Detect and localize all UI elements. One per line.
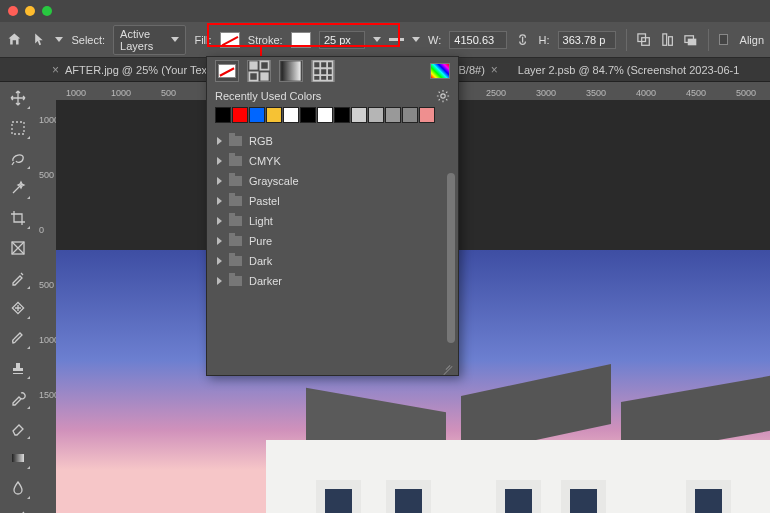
align-edges-icon[interactable] bbox=[660, 30, 675, 50]
swatch[interactable] bbox=[232, 107, 248, 123]
swatch-folder-row[interactable]: Pastel bbox=[211, 191, 454, 211]
swatch-folder-row[interactable]: Dark bbox=[211, 251, 454, 271]
svg-rect-2 bbox=[662, 34, 666, 45]
swatch[interactable] bbox=[300, 107, 316, 123]
eraser-tool[interactable] bbox=[5, 416, 31, 440]
swatch[interactable] bbox=[402, 107, 418, 123]
stroke-style-chevron-icon[interactable] bbox=[412, 37, 420, 42]
tab-label: AFTER.jpg @ 25% (Your Tex bbox=[65, 64, 207, 76]
h-label: H: bbox=[539, 34, 550, 46]
ruler-tick: 500 bbox=[39, 170, 54, 180]
no-color-mode-button[interactable] bbox=[215, 60, 239, 82]
stamp-tool[interactable] bbox=[5, 356, 31, 380]
swatch[interactable] bbox=[215, 107, 231, 123]
history-brush-tool[interactable] bbox=[5, 386, 31, 410]
solid-color-mode-button[interactable] bbox=[247, 60, 271, 82]
lasso-tool[interactable] bbox=[5, 146, 31, 170]
swatch[interactable] bbox=[249, 107, 265, 123]
folder-icon bbox=[229, 196, 242, 206]
healing-brush-tool[interactable] bbox=[5, 296, 31, 320]
magic-wand-tool[interactable] bbox=[5, 176, 31, 200]
panel-resize-grip[interactable] bbox=[440, 357, 454, 371]
svg-rect-6 bbox=[12, 122, 24, 134]
tools-panel bbox=[0, 82, 36, 513]
folder-icon bbox=[229, 236, 242, 246]
gradient-mode-button[interactable] bbox=[279, 60, 303, 82]
swatch-folder-row[interactable]: Light bbox=[211, 211, 454, 231]
home-button[interactable] bbox=[6, 29, 23, 51]
link-wh-icon[interactable] bbox=[515, 30, 530, 50]
select-mode-dropdown[interactable]: Active Layers bbox=[113, 25, 186, 55]
minimize-window-button[interactable] bbox=[25, 6, 35, 16]
folder-icon bbox=[229, 156, 242, 166]
move-tool[interactable] bbox=[5, 86, 31, 110]
panel-scrollbar[interactable] bbox=[447, 173, 455, 345]
fill-swatch[interactable] bbox=[220, 32, 240, 48]
select-label: Select: bbox=[71, 34, 105, 46]
chevron-right-icon bbox=[217, 137, 222, 145]
align-edges-checkbox[interactable] bbox=[719, 34, 728, 45]
chevron-right-icon bbox=[217, 237, 222, 245]
move-tool-indicator[interactable] bbox=[31, 29, 48, 51]
pattern-mode-button[interactable] bbox=[311, 60, 335, 82]
brush-tool[interactable] bbox=[5, 326, 31, 350]
gear-icon[interactable] bbox=[436, 89, 450, 103]
traffic-lights bbox=[8, 6, 52, 16]
tab-close-icon[interactable]: × bbox=[491, 63, 498, 77]
close-window-button[interactable] bbox=[8, 6, 18, 16]
blur-tool[interactable] bbox=[5, 476, 31, 500]
recent-swatches-row bbox=[207, 103, 458, 131]
panel-mode-row bbox=[207, 57, 458, 85]
dodge-tool[interactable] bbox=[5, 506, 31, 513]
folder-label: Grayscale bbox=[249, 175, 299, 187]
zoom-window-button[interactable] bbox=[42, 6, 52, 16]
swatch-folder-row[interactable]: CMYK bbox=[211, 151, 454, 171]
svg-rect-5 bbox=[687, 39, 696, 46]
swatch[interactable] bbox=[351, 107, 367, 123]
tab-label: Layer 2.psb @ 84.7% (Screenshot 2023-06-… bbox=[518, 64, 740, 76]
tab-close-icon[interactable]: × bbox=[52, 63, 59, 77]
select-mode-value: Active Layers bbox=[120, 28, 167, 52]
swatch[interactable] bbox=[368, 107, 384, 123]
ruler-tick: 4500 bbox=[686, 88, 706, 98]
color-picker-button[interactable] bbox=[430, 63, 450, 79]
swatch[interactable] bbox=[419, 107, 435, 123]
swatch-folder-row[interactable]: Grayscale bbox=[211, 171, 454, 191]
panel-scroll-thumb[interactable] bbox=[447, 173, 455, 343]
height-field[interactable] bbox=[558, 31, 616, 49]
swatch[interactable] bbox=[334, 107, 350, 123]
eyedropper-tool[interactable] bbox=[5, 266, 31, 290]
swatch-folder-row[interactable]: Darker bbox=[211, 271, 454, 291]
ruler-vertical[interactable]: 1000 500 0 500 1000 1500 bbox=[36, 100, 56, 513]
tab-layer2-psb[interactable]: Layer 2.psb @ 84.7% (Screenshot 2023-06-… bbox=[508, 58, 750, 81]
swatch[interactable] bbox=[385, 107, 401, 123]
swatch-folder-row[interactable]: RGB bbox=[211, 131, 454, 151]
chevron-right-icon bbox=[217, 217, 222, 225]
swatch[interactable] bbox=[283, 107, 299, 123]
svg-rect-16 bbox=[313, 61, 332, 80]
path-arrangement-icon[interactable] bbox=[683, 30, 698, 50]
panel-header-row: Recently Used Colors bbox=[207, 85, 458, 103]
path-operations-icon[interactable] bbox=[636, 30, 651, 50]
stroke-width-field[interactable] bbox=[319, 31, 365, 49]
width-field[interactable] bbox=[449, 31, 507, 49]
folder-icon bbox=[229, 176, 242, 186]
tool-preset-chevron-icon[interactable] bbox=[55, 37, 63, 42]
swatch-folder-row[interactable]: Pure bbox=[211, 231, 454, 251]
tab-after-jpg[interactable]: × AFTER.jpg @ 25% (Your Tex bbox=[42, 58, 217, 81]
image-window bbox=[686, 480, 731, 513]
swatch[interactable] bbox=[266, 107, 282, 123]
ruler-tick: 3000 bbox=[536, 88, 556, 98]
no-color-icon bbox=[218, 64, 236, 78]
marquee-tool[interactable] bbox=[5, 116, 31, 140]
frame-tool[interactable] bbox=[5, 236, 31, 260]
stroke-swatch[interactable] bbox=[291, 32, 311, 48]
stroke-width-chevron-icon[interactable] bbox=[373, 37, 381, 42]
swatch[interactable] bbox=[317, 107, 333, 123]
svg-rect-11 bbox=[249, 61, 257, 69]
gradient-tool[interactable] bbox=[5, 446, 31, 470]
image-window bbox=[561, 480, 606, 513]
svg-rect-15 bbox=[281, 61, 300, 80]
ruler-tick: 5000 bbox=[736, 88, 756, 98]
crop-tool[interactable] bbox=[5, 206, 31, 230]
